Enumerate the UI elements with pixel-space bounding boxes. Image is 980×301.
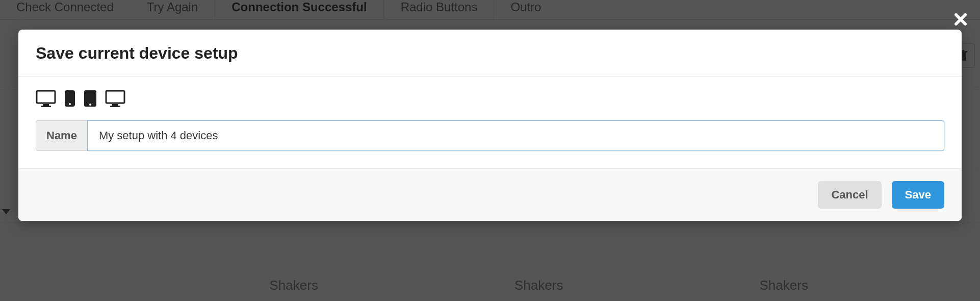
- svg-point-7: [69, 103, 71, 105]
- svg-rect-12: [110, 106, 120, 107]
- svg-rect-4: [43, 104, 49, 106]
- save-setup-modal: Save current device setup: [18, 30, 962, 221]
- close-button[interactable]: [951, 10, 970, 29]
- name-input[interactable]: [87, 120, 944, 151]
- modal-title: Save current device setup: [36, 44, 944, 63]
- svg-rect-10: [106, 91, 124, 103]
- close-icon: [954, 13, 967, 26]
- modal-header: Save current device setup: [18, 30, 962, 77]
- save-button[interactable]: Save: [892, 181, 944, 209]
- desktop-icon: [36, 90, 56, 107]
- devices-row: [36, 90, 944, 107]
- name-input-group: Name: [36, 120, 944, 151]
- cancel-button[interactable]: Cancel: [818, 181, 881, 209]
- modal-footer: Cancel Save: [18, 168, 962, 221]
- name-label: Name: [36, 120, 87, 151]
- desktop-icon: [105, 90, 125, 107]
- svg-point-9: [89, 104, 91, 106]
- modal-body: Name: [18, 77, 962, 168]
- svg-rect-11: [112, 104, 118, 106]
- tablet-icon: [84, 90, 97, 107]
- modal-overlay[interactable]: Save current device setup: [0, 0, 980, 301]
- phone-icon: [64, 90, 75, 107]
- svg-rect-3: [37, 91, 55, 103]
- svg-rect-5: [41, 106, 51, 107]
